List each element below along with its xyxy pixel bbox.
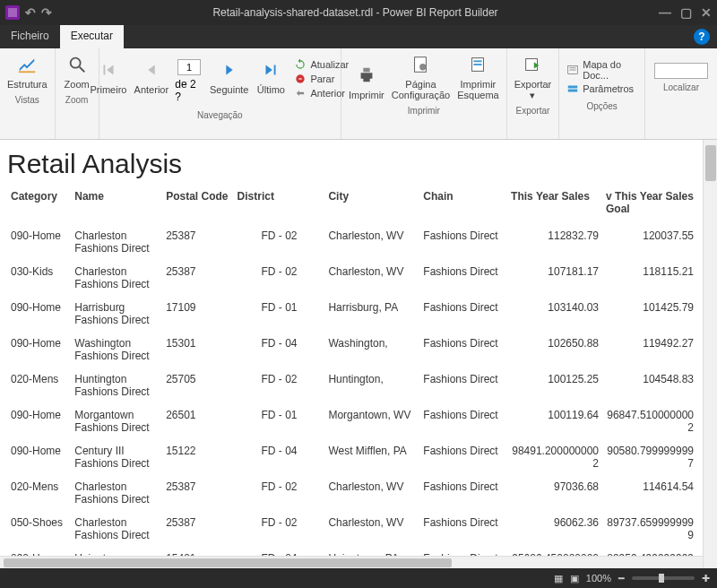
table-row: 090-HomeCharleston Fashions Direct25387F… (7, 224, 697, 260)
window-title: Retail-analysis-shared-dataset.rdl - Pow… (59, 6, 652, 19)
svg-rect-8 (474, 64, 482, 65)
export-button[interactable]: Exportar▾ (511, 50, 556, 102)
col-category: Category (7, 186, 71, 224)
design-view-button[interactable]: Estrutura (4, 50, 51, 91)
col-postal: Postal Code (162, 186, 233, 224)
undo-icon[interactable]: ↶ (25, 5, 36, 20)
close-button[interactable]: ✕ (701, 5, 712, 20)
print-layout-button[interactable]: ImprimirEsquema (454, 50, 502, 102)
next-page-button[interactable]: Seguinte (207, 56, 251, 97)
params-icon (566, 82, 579, 95)
col-city: City (324, 186, 419, 224)
view-mode-icon-1[interactable]: ▦ (554, 573, 563, 584)
tab-file[interactable]: Ficheiro (0, 25, 60, 48)
vertical-scrollbar[interactable] (703, 140, 717, 568)
zoom-in-button[interactable]: ✚ (702, 573, 710, 584)
svg-rect-14 (568, 90, 578, 92)
col-goal: v This Year Sales Goal (602, 186, 697, 224)
svg-point-0 (70, 58, 80, 68)
find-input[interactable] (654, 63, 708, 79)
print-layout-icon (467, 54, 488, 75)
tab-run[interactable]: Executar (60, 25, 124, 48)
view-mode-icon-2[interactable]: ▣ (570, 573, 579, 584)
report-table: Category Name Postal Code District City … (7, 186, 697, 568)
report-title: Retail Analysis (7, 149, 710, 179)
table-row: 020-MensHuntington Fashions Direct25705F… (7, 368, 697, 403)
print-button[interactable]: Imprimir (345, 61, 388, 102)
col-name: Name (71, 186, 162, 224)
page-number-input[interactable] (177, 59, 201, 75)
minimize-button[interactable]: — (659, 5, 671, 20)
table-row: 090-HomeCentury III Fashions Direct15122… (7, 439, 697, 475)
table-row: 090-HomeMorgantown Fashions Direct26501F… (7, 403, 697, 439)
table-row: 030-KidsCharleston Fashions Direct25387F… (7, 260, 697, 296)
page-setup-button[interactable]: PáginaConfiguração (388, 50, 454, 102)
app-icon (5, 5, 20, 20)
svg-line-1 (79, 67, 84, 73)
help-button[interactable]: ? (694, 29, 710, 45)
zoom-slider[interactable] (632, 576, 695, 580)
previous-page-button[interactable]: Anterior (132, 56, 172, 97)
col-tys: This Year Sales (507, 186, 602, 224)
stop-icon (294, 73, 307, 85)
report-viewport: Retail Analysis Category Name Postal Cod… (0, 140, 717, 568)
previous-icon (141, 59, 162, 81)
first-page-button[interactable]: Primeiro (87, 56, 129, 97)
print-icon (356, 65, 377, 86)
refresh-icon (294, 58, 307, 71)
design-icon (16, 54, 38, 75)
export-icon (522, 54, 543, 75)
last-icon (260, 59, 281, 81)
zoom-level-label: 100% (586, 573, 611, 584)
page-setup-icon (410, 54, 431, 75)
ribbon: Estrutura Vistas Zoom Zoom Primeiro Ante… (0, 48, 717, 140)
maximize-button[interactable]: ▢ (680, 5, 692, 20)
table-row: 050-ShoesCharleston Fashions Direct25387… (7, 511, 697, 547)
back-icon (294, 87, 307, 99)
col-chain: Chain (419, 186, 507, 224)
tabs-row: Ficheiro Executar ? (0, 25, 717, 48)
first-icon (98, 59, 119, 81)
svg-rect-13 (568, 86, 578, 89)
redo-icon[interactable]: ↷ (41, 5, 52, 20)
titlebar: ↶ ↷ Retail-analysis-shared-dataset.rdl -… (0, 0, 717, 25)
table-row: 090-HomeWashington Fashions Direct15301F… (7, 332, 697, 368)
svg-rect-3 (299, 78, 303, 79)
next-icon (219, 59, 240, 81)
status-bar: ▦ ▣ 100% ━ ✚ (0, 568, 717, 588)
svg-rect-7 (474, 60, 482, 62)
zoom-icon (66, 54, 88, 75)
svg-point-5 (420, 64, 427, 70)
zoom-out-button[interactable]: ━ (618, 573, 625, 584)
table-row: 090-HomeHarrisburg Fashions Direct17109F… (7, 296, 697, 332)
horizontal-scrollbar[interactable] (0, 556, 703, 568)
table-row: 020-MensCharleston Fashions Direct25387F… (7, 475, 697, 511)
document-map-button[interactable]: Mapa do Doc... (566, 59, 637, 81)
docmap-icon (566, 64, 579, 76)
page-of-label: de 2 ? (175, 78, 203, 103)
last-page-button[interactable]: Último (253, 56, 289, 97)
col-district: District (234, 186, 325, 224)
parameters-button[interactable]: Parâmetros (566, 82, 637, 95)
